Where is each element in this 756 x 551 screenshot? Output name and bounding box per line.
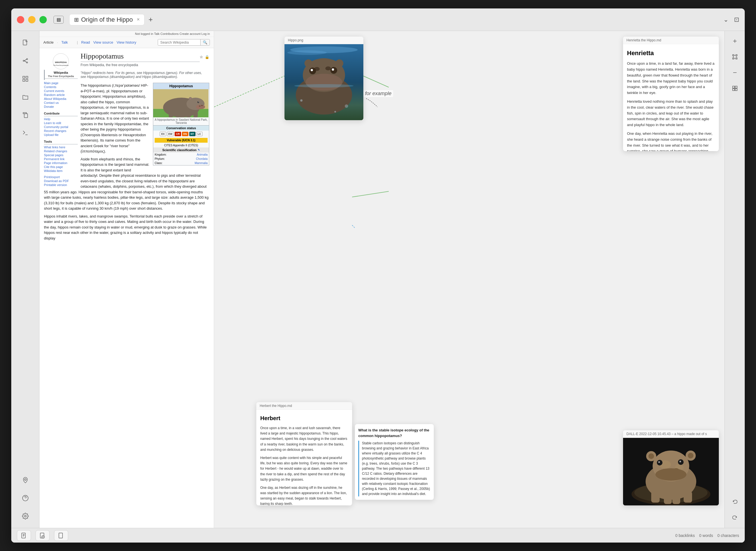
nav-recent-changes[interactable]: Recent changes	[44, 129, 78, 133]
article-tab[interactable]: Article	[43, 40, 53, 44]
class-row: Class: Mammalia	[153, 161, 209, 165]
article-title: Hippopotamus	[80, 52, 200, 62]
nav-special-pages[interactable]: Special pages	[44, 153, 78, 157]
nav-current-events[interactable]: Current events	[44, 89, 78, 93]
titlebar-actions: ⌄ ⊡	[723, 16, 739, 23]
expand-button[interactable]	[729, 51, 741, 62]
nav-contribute-section: Contribute Help Learn to edit Community …	[44, 111, 78, 137]
sidebar-item-folder[interactable]	[19, 91, 32, 103]
view-history-tab[interactable]: View history	[116, 40, 136, 44]
grid-view-button[interactable]	[729, 83, 741, 94]
sidebar-item-help[interactable]	[19, 492, 32, 504]
svg-rect-25	[187, 112, 191, 117]
split-view-button[interactable]: ⊡	[734, 16, 739, 23]
svg-rect-85	[22, 533, 25, 538]
edit-icon[interactable]: ✎	[198, 148, 200, 151]
read-tab[interactable]: Read	[81, 40, 90, 44]
redo-button[interactable]	[729, 512, 741, 523]
nav-related-changes[interactable]: Related changes	[44, 149, 78, 153]
henrietta-card: Henrietta the Hippo.md Henrietta Once up…	[623, 37, 719, 151]
status-template-button[interactable]	[35, 530, 50, 541]
new-tab-button[interactable]: +	[146, 15, 156, 25]
nav-page-info[interactable]: Page information	[44, 161, 78, 165]
svg-rect-23	[169, 112, 173, 117]
nav-help[interactable]: Help	[44, 117, 78, 121]
dalle-title-bar: DALL-E 2022-12-05 10.45.43 – a hippo mad…	[623, 430, 719, 438]
svg-rect-9	[26, 79, 28, 81]
zoom-out-button[interactable]	[729, 67, 741, 78]
sidebar-item-new-doc[interactable]	[19, 37, 32, 49]
tab-close-button[interactable]: ×	[137, 17, 140, 22]
nav-random[interactable]: Random article	[44, 93, 78, 97]
henrietta-title-bar: Henrietta the Hippo.md	[623, 37, 719, 44]
svg-point-40	[287, 50, 327, 55]
herbert-p1: Once upon a time, in a vast and lush sav…	[260, 426, 348, 453]
vulnerable-badge: Vulnerable (IUCN 3.1)	[155, 138, 208, 143]
sidebar-item-terminal[interactable]	[19, 127, 32, 139]
talk-tab[interactable]: Talk	[61, 40, 68, 44]
wiki-nav: WIKIPEDIA The Free Encyclopedia Wikipedi…	[44, 52, 78, 189]
sidebar-item-copy[interactable]	[19, 109, 32, 121]
sidebar-item-connect[interactable]	[19, 55, 32, 67]
undo-button[interactable]	[729, 496, 741, 508]
wiki-toolbar: Article · Talk | Read View source View h…	[39, 37, 214, 48]
herbert-card: Herbert the Hippo.md Herbert Once upon a…	[256, 402, 352, 505]
phylum-label: Phylum:	[155, 157, 165, 160]
nav-download-pdf[interactable]: Download as PDF	[44, 179, 78, 183]
svg-text:The Free Encyclopedia: The Free Encyclopedia	[53, 64, 69, 66]
star-icon[interactable]: ☆	[200, 55, 203, 59]
svg-line-5	[24, 61, 26, 62]
svg-rect-74	[651, 491, 660, 503]
nav-print-export[interactable]: Print/export	[44, 175, 78, 179]
view-source-tab[interactable]: View source	[93, 40, 113, 44]
nav-upload[interactable]: Upload file	[44, 133, 78, 137]
sidebar-toggle-button[interactable]: ▤	[53, 16, 64, 24]
nav-main-page[interactable]: Main page	[44, 81, 78, 85]
sidebar-toggle-icon: ▤	[57, 17, 61, 22]
status-blank-button[interactable]	[54, 530, 68, 541]
nav-wikidata[interactable]: Wikidata item	[44, 169, 78, 173]
status-bar: 0 backlinks 0 words 0 characters	[11, 528, 745, 543]
svg-rect-75	[664, 493, 672, 504]
app-window: ▤ ⊞ Origin of the Hippo × + ⌄ ⊡	[11, 8, 745, 543]
nav-permanent-link[interactable]: Permanent link	[44, 157, 78, 161]
fullscreen-button[interactable]	[39, 16, 47, 23]
svg-point-53	[300, 99, 302, 102]
herbert-p2: Herbert was quite content with his simpl…	[260, 455, 348, 482]
nav-cite[interactable]: Cite this page	[44, 165, 78, 169]
svg-rect-76	[672, 493, 680, 504]
nav-community-portal[interactable]: Community portal	[44, 125, 78, 129]
active-tab[interactable]: ⊞ Origin of the Hippo ×	[69, 14, 145, 25]
nav-what-links[interactable]: What links here	[44, 145, 78, 149]
sidebar-item-grid[interactable]	[19, 73, 32, 85]
minimize-button[interactable]	[28, 16, 35, 23]
close-button[interactable]	[17, 16, 24, 23]
svg-rect-6	[23, 76, 25, 78]
con-ew: EW	[167, 132, 174, 136]
sidebar-item-location[interactable]	[19, 474, 32, 486]
nav-print-section: Print/export Download as PDF Printable v…	[44, 175, 78, 187]
canvas-area: for example Hippo.png	[214, 31, 724, 528]
nav-donate[interactable]: Donate	[44, 105, 78, 109]
sidebar-item-settings[interactable]	[19, 510, 32, 522]
nav-contact[interactable]: Contact us	[44, 101, 78, 105]
herbert-title-bar: Herbert the Hippo.md	[256, 402, 352, 410]
minimize-expand-button[interactable]: ⌄	[723, 16, 728, 23]
search-input[interactable]	[158, 39, 200, 45]
nav-printable[interactable]: Printable version	[44, 183, 78, 187]
henrietta-p2: Henrietta loved nothing more than to spl…	[627, 99, 715, 128]
nav-about[interactable]: About Wikipedia	[44, 97, 78, 101]
status-doc-button[interactable]	[17, 530, 31, 541]
nav-contents[interactable]: Contents	[44, 85, 78, 89]
henrietta-heading: Henrietta	[627, 48, 715, 58]
svg-rect-81	[733, 86, 735, 88]
svg-rect-7	[26, 76, 28, 78]
svg-point-45	[306, 74, 342, 91]
svg-point-27	[196, 105, 205, 109]
zoom-in-button[interactable]	[729, 35, 741, 47]
svg-point-28	[198, 101, 199, 103]
nav-learn-edit[interactable]: Learn to edit	[44, 121, 78, 125]
content-area: Not logged in Talk Contributions Create …	[39, 31, 745, 528]
search-button[interactable]: 🔍	[200, 39, 210, 45]
lead-paragraph-3: Hippos inhabit rivers, lakes, and mangro…	[44, 213, 209, 241]
